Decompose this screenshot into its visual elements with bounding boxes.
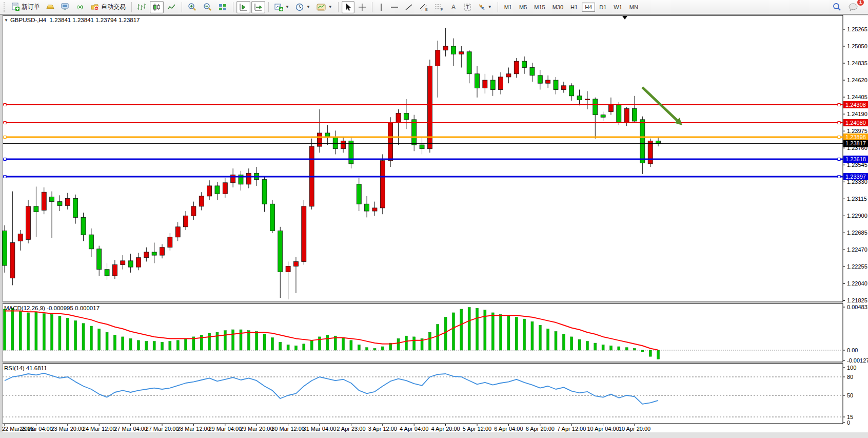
svg-text:29 Mar 20:00: 29 Mar 20:00 xyxy=(240,426,273,432)
chart-shift-button[interactable] xyxy=(251,1,265,13)
tf-m15-button[interactable]: M15 xyxy=(531,3,548,12)
bar-chart-mode-button[interactable] xyxy=(135,1,149,13)
tf-d1-button[interactable]: D1 xyxy=(596,3,609,12)
label-tool-button[interactable]: T xyxy=(461,1,474,13)
tf-m1-button[interactable]: M1 xyxy=(501,3,515,12)
zoom-in-button[interactable] xyxy=(185,1,200,13)
auto-trading-button[interactable]: 自动交易 xyxy=(88,1,128,13)
svg-text:1.23397: 1.23397 xyxy=(845,174,866,180)
svg-text:1.23975: 1.23975 xyxy=(847,128,867,134)
notifications-button[interactable]: 1 xyxy=(845,1,861,13)
cursor-tool-button[interactable] xyxy=(342,1,354,13)
line-chart-mode-button[interactable] xyxy=(165,1,179,13)
svg-text:6 Apr 20:00: 6 Apr 20:00 xyxy=(526,426,555,432)
auto-scroll-button[interactable] xyxy=(236,1,250,13)
cursor-icon xyxy=(344,3,352,11)
candlestick-chart-icon xyxy=(152,3,161,11)
fibonacci-tool-button[interactable]: F xyxy=(432,1,446,13)
new-chart-button[interactable]: ▼ xyxy=(272,1,292,13)
label-tool-icon: T xyxy=(463,3,471,11)
crosshair-icon xyxy=(358,3,366,11)
templates-button[interactable]: ▼ xyxy=(314,1,335,13)
tf-m30-button[interactable]: M30 xyxy=(549,3,566,12)
market-watch-button[interactable] xyxy=(44,1,57,13)
auto-trading-icon xyxy=(91,3,100,11)
svg-text:7 Apr 12:00: 7 Apr 12:00 xyxy=(557,426,586,432)
svg-text:A: A xyxy=(451,4,456,11)
svg-text:10 Apr 20:00: 10 Apr 20:00 xyxy=(619,426,650,432)
svg-text:1.23115: 1.23115 xyxy=(847,196,867,202)
chevron-down-icon: ▼ xyxy=(285,5,289,9)
tf-mn-button[interactable]: MN xyxy=(626,3,641,12)
vertical-line-icon xyxy=(378,3,384,11)
svg-text:23 Mar 20:00: 23 Mar 20:00 xyxy=(51,426,84,432)
crosshair-tool-button[interactable] xyxy=(356,1,369,13)
chart-canvas[interactable]: 1.252651.250501.248351.246201.244051.241… xyxy=(0,14,868,438)
svg-text:0.004831: 0.004831 xyxy=(847,304,868,310)
arrows-tool-button[interactable]: ▼ xyxy=(475,1,495,13)
chevron-down-icon: ▼ xyxy=(328,5,332,9)
separator xyxy=(498,2,498,12)
separator xyxy=(233,2,233,12)
new-order-button[interactable]: 新订单 xyxy=(9,1,43,13)
separator xyxy=(131,2,132,12)
tf-m5-button[interactable]: M5 xyxy=(516,3,530,12)
time-axis[interactable]: 22 Mar 202323 Mar 04:0023 Mar 20:0024 Ma… xyxy=(2,424,650,432)
notification-badge: 1 xyxy=(857,0,864,6)
tile-windows-button[interactable] xyxy=(216,1,230,13)
terminal-icon xyxy=(61,3,70,11)
separator xyxy=(182,2,182,12)
periods-button[interactable]: ▼ xyxy=(293,1,313,13)
svg-text:1.23545: 1.23545 xyxy=(847,162,867,168)
horizontal-line-tool-button[interactable] xyxy=(388,1,401,13)
tf-h1-button[interactable]: H1 xyxy=(567,3,581,12)
svg-text:1.24620: 1.24620 xyxy=(847,77,867,83)
line-chart-icon xyxy=(167,3,176,11)
svg-text:4 Apr 20:00: 4 Apr 20:00 xyxy=(431,426,460,432)
macd-indicator-label: MACD(12,26,9) -0.000995 0.000017 xyxy=(4,305,100,311)
svg-text:1.24308: 1.24308 xyxy=(845,102,866,108)
svg-text:0: 0 xyxy=(847,420,850,426)
svg-text:5 Apr 12:00: 5 Apr 12:00 xyxy=(463,426,491,432)
svg-text:6 Apr 04:00: 6 Apr 04:00 xyxy=(494,426,523,432)
chart-title: ▼GBPUSD-,H4 1.23841 1.23841 1.23794 1.23… xyxy=(4,17,140,23)
tf-w1-button[interactable]: W1 xyxy=(610,3,625,12)
zoom-out-icon xyxy=(203,3,212,11)
svg-text:1.24405: 1.24405 xyxy=(847,94,867,100)
svg-text:4 Apr 04:00: 4 Apr 04:00 xyxy=(400,426,428,432)
chat-bubble-icon xyxy=(848,3,858,11)
gold-ingot-icon xyxy=(46,3,55,11)
svg-text:F: F xyxy=(441,8,443,11)
trendline-tool-button[interactable] xyxy=(402,1,416,13)
signals-button[interactable] xyxy=(73,1,87,13)
ohlc-values: 1.23841 1.23841 1.23794 1.23817 xyxy=(50,17,140,23)
chevron-down-icon: ▼ xyxy=(488,5,492,9)
svg-text:80: 80 xyxy=(847,374,853,380)
svg-text:1.22900: 1.22900 xyxy=(847,213,867,219)
svg-text:24 Mar 12:00: 24 Mar 12:00 xyxy=(83,426,116,432)
separator xyxy=(268,2,269,12)
chart-shift-icon xyxy=(254,3,263,11)
toolbar-grip xyxy=(4,2,6,12)
clock-icon xyxy=(295,3,304,11)
tf-h4-button[interactable]: H4 xyxy=(582,3,595,12)
candle-chart-mode-button[interactable] xyxy=(150,1,164,13)
equidistant-channel-tool-button[interactable]: E xyxy=(417,1,431,13)
svg-text:E: E xyxy=(425,8,428,11)
text-tool-button[interactable]: A xyxy=(447,1,460,13)
svg-text:1.21825: 1.21825 xyxy=(847,297,867,303)
terminal-button[interactable] xyxy=(58,1,72,13)
chart-collapse-icon[interactable]: ▼ xyxy=(4,18,8,23)
svg-text:1.24190: 1.24190 xyxy=(847,111,867,117)
main-toolbar: 新订单 自动交易 xyxy=(0,0,868,14)
svg-text:1.22685: 1.22685 xyxy=(847,230,867,236)
new-chart-icon xyxy=(274,3,283,11)
chart-template-icon xyxy=(317,3,326,11)
svg-text:1.24080: 1.24080 xyxy=(845,120,866,126)
svg-text:1.25265: 1.25265 xyxy=(847,26,867,32)
search-button[interactable] xyxy=(830,1,844,13)
vertical-line-tool-button[interactable] xyxy=(376,1,387,13)
zoom-out-button[interactable] xyxy=(201,1,215,13)
svg-text:27 Mar 04:00: 27 Mar 04:00 xyxy=(114,426,147,432)
fibonacci-icon: F xyxy=(435,3,444,11)
